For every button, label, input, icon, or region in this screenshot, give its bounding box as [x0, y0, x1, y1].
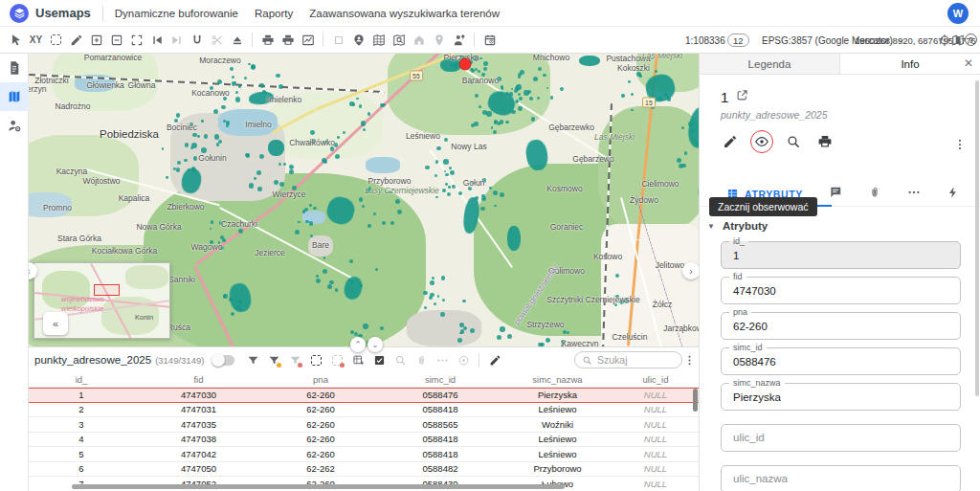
column-header-ulic_id[interactable]: ulic_id [612, 372, 699, 387]
table-row[interactable]: 5474704262-2600588418LeśniewoNULL [29, 447, 699, 462]
map-flag-icon[interactable] [951, 33, 966, 48]
attr-field-pna[interactable]: pna62-260 [721, 312, 961, 340]
column-header-simc_nazwa[interactable]: simc_nazwa [502, 372, 612, 387]
table-cell: 62-262 [263, 462, 378, 477]
attr-field-fid[interactable]: fid4747030 [721, 277, 961, 304]
vertical-scrollbar[interactable] [693, 389, 698, 412]
deselect-rect-icon [329, 351, 345, 368]
selected-point-marker[interactable] [459, 58, 472, 71]
column-header-fid[interactable]: fid [134, 372, 263, 387]
upload-icon[interactable] [229, 30, 245, 51]
select-rect-icon[interactable] [308, 351, 323, 368]
home-icon [411, 30, 427, 51]
tab-actions-icon[interactable] [947, 186, 960, 203]
chart-icon[interactable] [300, 30, 316, 51]
app-bar: Usemaps Dynamiczne buforowanie Raporty Z… [0, 0, 980, 27]
print-icon[interactable] [259, 30, 276, 51]
select-box-icon[interactable] [48, 30, 64, 51]
locate-icon[interactable] [938, 33, 952, 48]
panel-scrollbar[interactable] [975, 80, 979, 396]
table-cell: NULL [612, 417, 699, 432]
minimap-collapse-button[interactable]: « [43, 312, 68, 335]
table-collapse-button[interactable]: ⌄ [368, 337, 383, 352]
filter-icon[interactable] [245, 351, 260, 368]
zoom-in-box-icon[interactable] [88, 30, 104, 51]
table-cell: 2 [29, 403, 134, 417]
event-note-icon[interactable] [481, 30, 498, 51]
map-table-icon[interactable] [370, 30, 387, 51]
table-row[interactable]: 6474705062-2620588482PrzyborowoNULL [29, 462, 699, 478]
map-place-label: Imielno [245, 120, 271, 129]
section-caret-icon[interactable]: ▼ [707, 222, 715, 231]
help-icon[interactable]: ? [965, 33, 979, 48]
xy-tool[interactable]: XY [28, 30, 44, 51]
person-pin-icon[interactable] [350, 30, 367, 51]
previous-view-icon[interactable] [148, 30, 165, 51]
table-cell: NULL [612, 477, 699, 491]
sidebar-item-map[interactable] [0, 82, 29, 111]
close-icon[interactable]: ✕ [964, 56, 973, 70]
print-feature-icon[interactable] [813, 130, 836, 153]
map-search-icon[interactable] [390, 30, 407, 51]
zoom-out-box-icon[interactable] [108, 30, 124, 51]
person-up-icon[interactable] [451, 30, 467, 51]
table-toggle[interactable] [213, 355, 234, 366]
table-kebab-menu[interactable] [682, 351, 696, 368]
map-place-label: Kosowo [593, 252, 622, 261]
usemaps-logo-icon[interactable] [10, 4, 29, 23]
table-row[interactable]: 1474703062-2600588476PierzyskaNULL [29, 388, 699, 403]
table-row[interactable]: 3474703562-2600588565WoźnikiNULL [29, 417, 699, 433]
attr-field-simc_id[interactable]: simc_id0588476 [721, 347, 961, 375]
map-place-label: Promno [43, 203, 72, 212]
attr-field-id_[interactable]: id_1 [721, 241, 961, 269]
checkbox-icon[interactable] [371, 351, 387, 368]
zoom-to-feature-icon[interactable] [782, 130, 805, 153]
map-place-label: Moraczewo [199, 56, 240, 65]
tab-info[interactable]: Info [840, 54, 980, 74]
tab-legenda[interactable]: Legenda [700, 54, 840, 74]
map-place-label: Gębarzewko [548, 123, 594, 132]
table-cell: 62-260 [263, 433, 378, 447]
feature-kebab-menu[interactable] [953, 138, 967, 155]
table-search-input[interactable]: Szukaj [574, 351, 682, 368]
panel-right-chevron[interactable]: › [682, 262, 699, 279]
map-place-label: Chwałkówko [289, 138, 335, 147]
tab-relations-icon[interactable] [907, 186, 921, 203]
horizontal-scrollbar[interactable] [72, 484, 565, 489]
user-avatar[interactable]: W [947, 3, 969, 24]
table-row[interactable]: 4474703862-2600588418LeśniewoNULL [29, 433, 699, 448]
sidebar-item-documents[interactable] [0, 54, 29, 82]
filter-add-icon[interactable] [266, 351, 281, 368]
tab-comments-icon[interactable] [829, 186, 842, 203]
table-add-icon[interactable] [350, 351, 366, 368]
draw-icon[interactable] [68, 30, 84, 51]
column-header-id_[interactable]: id_ [29, 372, 134, 387]
edit-feature-icon[interactable] [719, 130, 742, 153]
edit-table-icon[interactable] [487, 351, 502, 368]
table-expand-button[interactable]: ⌃ [350, 337, 366, 352]
attr-field-ulic_nazwa[interactable]: ulic_nazwa [721, 465, 961, 491]
observe-feature-icon[interactable] [750, 130, 773, 153]
full-extent-icon[interactable] [128, 30, 145, 51]
select-tool-icon[interactable] [8, 30, 24, 51]
cut-icon [209, 30, 225, 51]
column-header-pna[interactable]: pna [263, 372, 378, 387]
table-row[interactable]: 2474703162-2600588418LeśniewoNULL [29, 403, 699, 418]
sidebar-item-users[interactable] [0, 111, 29, 140]
table-header[interactable]: id_fidpnasimc_idsimc_nazwaulic_id [29, 372, 699, 388]
attr-field-simc_nazwa[interactable]: simc_nazwaPierzyska [721, 383, 961, 411]
open-in-new-icon[interactable] [736, 88, 748, 105]
tab-attachments-icon[interactable] [868, 186, 881, 203]
menu-raporty[interactable]: Raporty [255, 8, 293, 19]
map-place-label: Jezierce [255, 248, 285, 257]
menu-zaawansowana-wyszukiwarka[interactable]: Zaawansowana wyszukiwarka terenów [309, 8, 500, 19]
table-cell: 4747042 [134, 447, 263, 461]
attr-field-ulic_id[interactable]: ulic_id [721, 424, 961, 452]
map-place-label: Kaczyna [56, 167, 88, 176]
column-header-simc_id[interactable]: simc_id [378, 372, 502, 387]
menu-dynamiczne-buforowanie[interactable]: Dynamiczne buforowanie [115, 8, 238, 19]
print-composer-icon[interactable] [279, 30, 296, 51]
map-canvas[interactable]: PomarzanowiceZłotniczkiJerzynGłówienkaGł… [29, 54, 699, 346]
map-place-label: Żydowo [630, 195, 658, 205]
snap-icon[interactable] [189, 30, 205, 51]
